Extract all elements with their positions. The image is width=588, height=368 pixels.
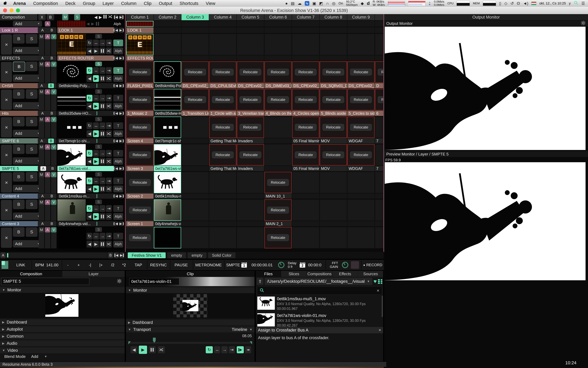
clip-cell-empty[interactable] — [347, 199, 375, 221]
relocate-button[interactable]: Relocate — [129, 96, 151, 103]
menu-composition[interactable]: Composition — [29, 1, 62, 6]
clip-label[interactable]: Invaders — [237, 138, 264, 144]
crossfader-bus-a[interactable]: A — [0, 252, 6, 258]
layer-transition-toggle[interactable]: T — [113, 205, 123, 212]
clip-pause-button[interactable] — [149, 346, 156, 353]
clip-cell-missing[interactable]: Relocate — [209, 89, 236, 110]
layer-play-backward-button[interactable]: ◀ — [87, 158, 92, 165]
browser-tab-files[interactable]: Files — [256, 271, 281, 277]
bluetooth-icon[interactable]: ʘ — [517, 1, 520, 6]
tab-layer[interactable]: Layer — [62, 271, 125, 277]
layer-random-button[interactable] — [106, 158, 112, 165]
clip-label[interactable]: 1_Mosaic 2 — [126, 111, 154, 116]
layer-bus-a-toggle[interactable]: A — [40, 139, 43, 143]
relocate-button[interactable]: Relocate — [323, 96, 344, 103]
next-column-button[interactable]: ▶ — [119, 15, 124, 20]
next-deck-button[interactable]: ▶ — [119, 252, 124, 258]
column-header-1[interactable]: Column 1 — [126, 14, 154, 20]
layer-loop-button[interactable]: ↻ — [87, 233, 92, 239]
layer-solo-button[interactable]: S — [26, 172, 38, 182]
layer-next-clip-button[interactable]: ▶ — [119, 139, 124, 143]
beat-minus-button[interactable]: -| — [85, 260, 95, 270]
clip-cell-empty[interactable] — [237, 227, 264, 248]
menu-clip[interactable]: Clip — [140, 1, 155, 6]
layer-audio-toggle[interactable]: A — [45, 62, 50, 67]
clip-cell-missing[interactable]: Relocate — [237, 89, 264, 110]
layer-loop-button[interactable]: ↻ — [87, 40, 92, 46]
layer-solo-badge[interactable]: S — [95, 144, 102, 149]
clip-random-button[interactable] — [158, 346, 165, 353]
clip-loop-button[interactable]: ↻ — [206, 346, 213, 353]
layer-audio-toggle[interactable]: A — [45, 172, 50, 177]
layer-pause-button[interactable] — [99, 158, 105, 165]
layer-play-button[interactable]: ▶ — [93, 47, 99, 54]
relocate-button[interactable]: Relocate — [240, 124, 261, 131]
layer-close-button[interactable]: × — [1, 145, 12, 165]
layer-pause-button[interactable] — [99, 185, 105, 192]
clip-cell-playing[interactable] — [154, 89, 181, 110]
clip-cell-missing[interactable]: Relocate — [375, 89, 383, 110]
layer-solo-button[interactable]: S — [26, 227, 38, 237]
clip-cell-empty[interactable] — [347, 172, 375, 193]
file-list-scrollbar[interactable] — [382, 296, 383, 317]
relocate-button[interactable]: Relocate — [240, 69, 261, 75]
clip-cell-empty[interactable] — [375, 117, 383, 138]
bpm-half-button[interactable]: /2 — [108, 260, 117, 270]
composition-label[interactable]: Composition — [0, 14, 37, 20]
layer-bus-b-toggle[interactable]: B — [48, 83, 54, 88]
layer-play-backward-button[interactable]: ◀ — [87, 47, 92, 54]
relocate-button[interactable]: Relocate — [267, 96, 289, 103]
clip-cell-empty[interactable] — [209, 199, 236, 221]
output-monitor-section-header[interactable]: Output Monitor — [384, 20, 588, 26]
layer-bypass-button[interactable]: B — [13, 117, 25, 126]
clip-cell-empty[interactable] — [209, 172, 236, 193]
layer-loop-button[interactable]: ↻ — [87, 95, 92, 101]
clip-label[interactable]: Invaders — [237, 166, 264, 171]
layer-play-button[interactable]: ▶ — [93, 75, 99, 82]
layer-bypass-button[interactable]: B — [13, 227, 25, 237]
clip-cell-empty[interactable] — [375, 199, 383, 221]
clip-cell-missing[interactable]: Relocate — [264, 199, 292, 221]
clip-cell-missing[interactable]: Relocate — [126, 61, 154, 83]
path-dropdown[interactable]: /Users/y/Desktop/RESOLUME/__footages__/v… — [265, 278, 372, 285]
layer-audio-toggle[interactable]: A — [45, 200, 50, 205]
clip-cell-missing[interactable]: Relocate — [320, 117, 347, 138]
layer-master-toggle[interactable]: M — [39, 34, 44, 39]
composition-bypass-button[interactable]: B — [47, 14, 54, 20]
layer-master-toggle[interactable]: M — [39, 89, 44, 94]
clip-cell-missing[interactable]: Relocate — [292, 144, 319, 166]
clip-cell-empty[interactable] — [292, 227, 319, 248]
comp-play-backward-icon[interactable]: ◀ — [94, 15, 97, 20]
browser-tab-slices[interactable]: Slices — [281, 271, 307, 277]
layer-play-once-button[interactable]: → — [99, 178, 105, 184]
layer-solo-button[interactable]: S — [26, 62, 38, 71]
clip-label[interactable]: MAIN 2_1 — [264, 221, 292, 226]
clip-label[interactable]: 5_Circles to side 2 — [347, 111, 375, 116]
disk-io-readout[interactable]: R: 0KB/s W: 4KB/s — [373, 0, 385, 6]
layer-add-dropdown[interactable]: Add▼ — [13, 185, 42, 192]
section-dashboard[interactable]: ▶Dashboard — [0, 319, 125, 325]
clip-label[interactable]: 6 — [375, 111, 383, 116]
layer-solo-badge[interactable]: S — [95, 172, 102, 177]
menu-column[interactable]: Column — [117, 1, 140, 6]
cpu-graph[interactable] — [457, 1, 470, 6]
relocate-button[interactable]: Relocate — [350, 151, 372, 158]
layer-play-backward-button[interactable]: ◀ — [87, 130, 92, 137]
relocate-button[interactable]: Relocate — [212, 151, 234, 158]
layer-random-button[interactable] — [106, 47, 112, 54]
clip-section-monitor[interactable]: ▼Monitor — [126, 287, 255, 293]
layer-bounce-button[interactable]: ↔ — [93, 178, 99, 184]
clip-cell-missing[interactable]: Relocate — [209, 61, 236, 83]
relocate-button[interactable]: Relocate — [378, 96, 383, 103]
clip-cell-playing[interactable] — [154, 172, 181, 193]
layer-alpha-label[interactable]: Alph — [113, 103, 123, 110]
layer-pause-button[interactable] — [99, 130, 105, 137]
relocate-button[interactable]: Relocate — [295, 69, 317, 75]
layer-prev-clip-button[interactable]: ◀ — [114, 56, 118, 60]
clip-label[interactable]: 4_Blinds on the si... — [264, 111, 292, 116]
window-close-button[interactable] — [3, 9, 7, 12]
bpm-readout[interactable]: BPM 141.00 — [35, 260, 59, 270]
clip-cell-missing[interactable]: Relocate — [320, 89, 347, 110]
layer-play-backward-button[interactable]: ◀ — [87, 241, 92, 248]
layer-active-clip-label[interactable]: 0et6k1ms9uu-m... — [58, 193, 114, 199]
